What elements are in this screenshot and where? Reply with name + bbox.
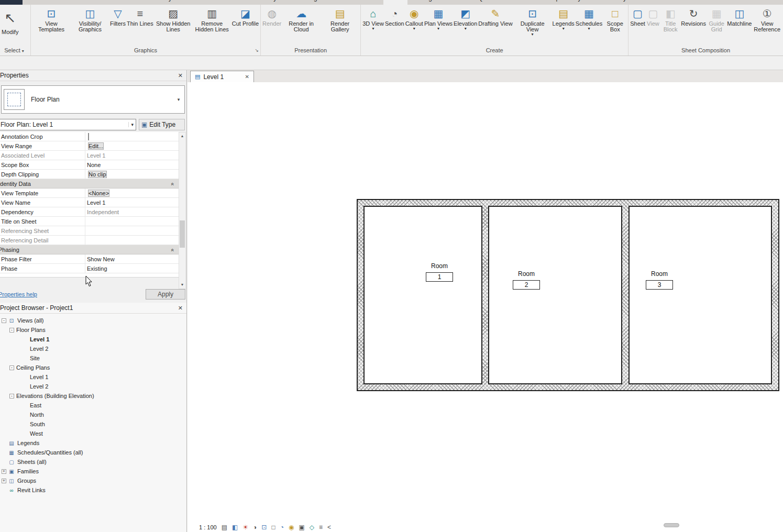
expander-icon[interactable]: +: [2, 469, 6, 474]
type-selector-chevron-icon[interactable]: ▾: [175, 97, 182, 102]
room-tag-1[interactable]: Room 1: [423, 262, 456, 282]
phasing-section[interactable]: Phasing «: [0, 245, 180, 254]
matchline-button[interactable]: ◫ Matchline: [726, 6, 752, 31]
callout-button[interactable]: ◉ Callout ▾: [405, 6, 424, 31]
property-row[interactable]: Phase Filter Show New: [0, 254, 180, 264]
tree-item-site[interactable]: Site: [0, 353, 186, 363]
property-row[interactable]: View Name Level 1: [0, 198, 180, 207]
expander-icon[interactable]: -: [2, 318, 6, 323]
modify-button[interactable]: ↖ Modify: [1, 6, 19, 36]
remove-hidden-lines-button[interactable]: ▥ Remove Hidden Lines: [193, 6, 231, 37]
tree-item-sheets[interactable]: ▢ Sheets (all): [0, 457, 186, 467]
schedules-arrow[interactable]: ▾: [588, 27, 590, 30]
filters-button[interactable]: ▽ Filters: [109, 6, 126, 31]
tree-item-elevations[interactable]: - Elevations (Building Elevation): [0, 391, 186, 401]
tab-massing-site[interactable]: Massing & Site: [289, 0, 341, 5]
identity-data-section[interactable]: Identity Data «: [0, 179, 180, 189]
property-row[interactable]: Scope Box None: [0, 160, 180, 170]
property-value[interactable]: [85, 217, 180, 226]
room-tag-3[interactable]: Room 3: [643, 270, 676, 290]
property-row[interactable]: Dependency Independent: [0, 207, 180, 217]
tree-item-schedules-quantities[interactable]: ▦ Schedules/Quantities (all): [0, 448, 186, 457]
legends-button[interactable]: ▤ Legends ▾: [552, 6, 575, 31]
tab-precast[interactable]: Precast: [127, 0, 159, 5]
collapse-chevron-icon[interactable]: «: [168, 249, 176, 252]
property-value[interactable]: No clip: [85, 170, 180, 179]
tree-item-east[interactable]: East: [0, 401, 186, 410]
view-tab-close-icon[interactable]: ✕: [245, 74, 249, 80]
scrollbar-down-icon[interactable]: ▼: [179, 281, 185, 289]
guide-grid-button[interactable]: ▦ Guide Grid: [707, 6, 726, 37]
reveal-constraints-icon[interactable]: ≡: [319, 524, 323, 531]
collapse-chevron-icon[interactable]: «: [168, 183, 176, 186]
tree-item-groups[interactable]: + ◫ Groups: [0, 476, 186, 485]
property-row[interactable]: View Template <None>: [0, 189, 180, 198]
visual-style-icon[interactable]: ◧: [232, 524, 238, 531]
tree-item-ceiling-level-2[interactable]: Level 2: [0, 382, 186, 391]
show-analytical-model-icon[interactable]: ◇: [310, 524, 314, 531]
tree-item-south[interactable]: South: [0, 419, 186, 429]
tab-architecture[interactable]: Architecture: [23, 0, 67, 5]
reveal-hidden-elements-icon[interactable]: ◉: [289, 524, 294, 531]
tab-steel[interactable]: Steel: [103, 0, 127, 5]
property-row[interactable]: Associated Level Level 1: [0, 151, 180, 160]
tab-quantification[interactable]: Quantification: [473, 0, 522, 5]
render-in-cloud-button[interactable]: ☁ Render in Cloud: [282, 6, 321, 37]
temporary-hide-isolate-icon[interactable]: ◔: [280, 524, 284, 531]
room-tag-number[interactable]: 2: [513, 280, 540, 290]
view-button[interactable]: ▢ View: [646, 6, 660, 31]
property-value[interactable]: Edit...: [85, 141, 180, 150]
scale-button[interactable]: 1 : 100: [199, 524, 217, 530]
graphics-dialog-launcher-icon[interactable]: ↘: [255, 47, 259, 54]
property-value[interactable]: [85, 132, 180, 141]
legends-arrow[interactable]: ▾: [563, 27, 565, 30]
depth-clipping-button[interactable]: No clip: [88, 171, 107, 178]
room-tag-2[interactable]: Room 2: [510, 270, 543, 290]
tree-item-north[interactable]: North: [0, 410, 186, 419]
properties-close-icon[interactable]: ✕: [178, 72, 183, 79]
3d-view-button[interactable]: ⌂ 3D View ▾: [362, 6, 384, 31]
property-row[interactable]: Depth Clipping No clip: [0, 170, 180, 179]
tab-bim-interoperability-tools[interactable]: BIM Interoperability Tools: [522, 0, 603, 5]
horizontal-scrollbar-thumb[interactable]: [664, 523, 679, 527]
type-selector[interactable]: Floor Plan ▾: [1, 85, 185, 114]
apply-button[interactable]: Apply: [146, 289, 185, 300]
tab-insert[interactable]: Insert: [194, 0, 220, 5]
edit-type-button[interactable]: ▣ Edit Type: [139, 119, 185, 130]
detail-level-icon[interactable]: ▤: [222, 524, 227, 531]
tree-item-floor-plans[interactable]: - Floor Plans: [0, 325, 186, 335]
room-2-area[interactable]: [488, 206, 622, 384]
property-row[interactable]: Phase Existing: [0, 264, 180, 273]
sheet-button[interactable]: ▢ Sheet: [630, 6, 646, 31]
cut-profile-button[interactable]: ◪ Cut Profile: [231, 6, 259, 31]
tab-collaborate[interactable]: Collaborate: [341, 0, 383, 5]
expander-icon[interactable]: -: [9, 394, 14, 398]
drafting-view-button[interactable]: ✎ Drafting View: [478, 6, 513, 31]
annotation-crop-checkbox[interactable]: [88, 133, 89, 140]
plan-views-arrow[interactable]: ▾: [437, 27, 439, 30]
expander-icon[interactable]: +: [2, 479, 6, 483]
tree-item-views-all[interactable]: - ⊡ Views (all): [0, 316, 186, 325]
property-value[interactable]: Show New: [85, 254, 180, 263]
thin-lines-button[interactable]: ≡ Thin Lines: [126, 6, 154, 31]
render-button[interactable]: ◍ Render: [262, 6, 282, 31]
property-value[interactable]: <None>: [85, 189, 180, 197]
tree-item-revit-links[interactable]: ∞ Revit Links: [0, 485, 186, 495]
render-gallery-button[interactable]: ▤ Render Gallery: [321, 6, 359, 37]
callout-arrow[interactable]: ▾: [413, 27, 415, 30]
plan-views-button[interactable]: ▦ Plan Views ▾: [424, 6, 453, 31]
3d-view-arrow[interactable]: ▾: [372, 27, 374, 30]
property-row[interactable]: View Range Edit...: [0, 141, 180, 151]
floor-plan-walls[interactable]: Room 1 Room 2 Room 3: [357, 199, 779, 391]
model-canvas[interactable]: Room 1 Room 2 Room 3 1 : 100 ▤ ◧ ☀ ◑ ⊡ □…: [188, 82, 783, 532]
tree-item-families[interactable]: + ▣ Families: [0, 467, 186, 476]
tab-analyze[interactable]: Analyze: [256, 0, 289, 5]
expander-icon[interactable]: -: [9, 328, 14, 332]
scope-box-button[interactable]: □ Scope Box: [603, 6, 627, 37]
scrollbar-up-icon[interactable]: ▲: [179, 132, 185, 140]
shadows-icon[interactable]: ◑: [253, 524, 257, 531]
tab-structure[interactable]: Structure: [67, 0, 103, 5]
duplicate-view-button[interactable]: ⊡ Duplicate View ▾: [513, 6, 552, 37]
section-button[interactable]: ◔ Section: [384, 6, 405, 31]
file-tab[interactable]: File: [0, 0, 23, 5]
